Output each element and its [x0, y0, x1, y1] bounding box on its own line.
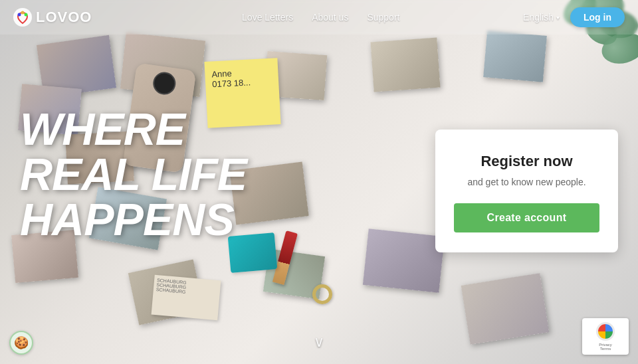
nav-support[interactable]: Support: [367, 12, 399, 23]
svg-point-2: [25, 13, 28, 17]
photo-11: [371, 38, 441, 92]
svg-point-3: [21, 11, 25, 15]
cookie-icon: 🍪: [14, 335, 29, 350]
hero-line-1: WHERE: [20, 106, 247, 151]
nav-about-us[interactable]: About us: [312, 12, 348, 23]
hero-line-3: HAPPENS: [20, 197, 247, 242]
recaptcha-icon: [596, 322, 615, 341]
recaptcha-terms[interactable]: Terms: [600, 347, 611, 351]
register-title: Register now: [454, 153, 599, 170]
login-button[interactable]: Log in: [570, 7, 625, 27]
svg-point-1: [18, 13, 21, 17]
ticket-prop: SCHAUBURGSCHAUBURGSCHAUBURG: [152, 275, 221, 320]
register-subtitle: and get to know new people.: [454, 177, 599, 187]
logo-area: LOVOO: [13, 8, 92, 27]
ring-prop: [312, 284, 332, 304]
photo-13: [461, 273, 550, 345]
recaptcha-badge: Privacy Terms: [582, 318, 629, 355]
nav-right: English ▾ Log in: [523, 7, 625, 27]
cookie-settings-button[interactable]: 🍪: [9, 331, 33, 355]
navbar: LOVOO Love Letters About us Support Engl…: [0, 0, 638, 35]
language-label: English: [523, 12, 554, 23]
create-account-button[interactable]: Create account: [454, 203, 599, 232]
nav-links: Love Letters About us Support: [118, 12, 523, 23]
photo-12: [363, 228, 445, 293]
nav-love-letters[interactable]: Love Letters: [242, 12, 293, 23]
logo-text: LOVOO: [36, 9, 92, 26]
language-selector[interactable]: English ▾: [523, 12, 560, 23]
lovoo-logo-icon: [13, 8, 32, 27]
hero-text: WHERE REAL LIFE HAPPENS: [20, 106, 247, 242]
hero-line-2: REAL LIFE: [20, 151, 247, 197]
scroll-chevron[interactable]: ∨: [314, 333, 324, 351]
chevron-down-icon: ▾: [556, 14, 560, 21]
register-card: Register now and get to know new people.…: [435, 130, 618, 252]
